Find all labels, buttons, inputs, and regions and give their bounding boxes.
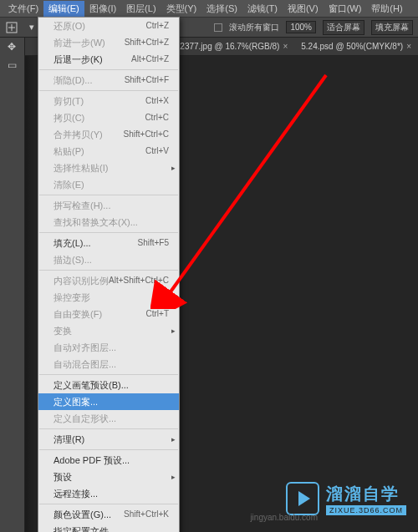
menu-layer[interactable]: 图层(L) [121, 1, 161, 17]
menu-define-pattern[interactable]: 定义图案... [38, 393, 179, 410]
menu-remote-connect[interactable]: 远程连接... [38, 485, 179, 502]
menu-type[interactable]: 类型(Y) [161, 1, 202, 17]
menu-fade[interactable]: 渐隐(D)...Shift+Ctrl+F [38, 72, 179, 89]
scroll-label: 滚动所有窗口 [229, 22, 279, 33]
menu-window[interactable]: 窗口(W) [324, 1, 367, 17]
menu-purge[interactable]: 清理(R) [38, 431, 179, 448]
menu-view[interactable]: 视图(V) [283, 1, 324, 17]
menu-file[interactable]: 文件(F) [3, 1, 43, 17]
menu-copy-merged[interactable]: 合并拷贝(Y)Shift+Ctrl+C [38, 126, 179, 143]
edit-menu-dropdown: 还原(O)Ctrl+Z 前进一步(W)Shift+Ctrl+Z 后退一步(K)A… [38, 17, 180, 532]
menu-find-replace[interactable]: 查找和替换文本(X)... [38, 214, 179, 231]
fit-screen[interactable]: 适合屏幕 [323, 20, 364, 35]
tool-icon[interactable] [5, 21, 18, 34]
menu-transform[interactable]: 变换 [38, 322, 179, 339]
menu-puppet-warp[interactable]: 操控变形 [38, 289, 179, 306]
source-url: jingyan.baidu.com [250, 513, 318, 522]
play-icon [286, 482, 319, 515]
tab-3[interactable]: 5.24.psd @ 50%(CMYK/8*)× [294, 40, 418, 53]
tool-move[interactable]: ✥ [0, 38, 23, 56]
menu-assign-profile[interactable]: 指定配置文件... [38, 523, 179, 532]
menu-image[interactable]: 图像(I) [84, 1, 121, 17]
menu-auto-blend[interactable]: 自动混合图层... [38, 356, 179, 372]
dropdown-icon[interactable]: ▾ [25, 21, 38, 34]
menu-select[interactable]: 选择(S) [201, 1, 242, 17]
menu-stroke[interactable]: 描边(S)... [38, 251, 179, 268]
watermark: 溜溜自学 ZIXUE.3D66.COM [286, 482, 406, 515]
menu-undo[interactable]: 还原(O)Ctrl+Z [38, 18, 179, 34]
menu-edit[interactable]: 编辑(E) [43, 1, 84, 17]
menu-spellcheck[interactable]: 拼写检查(H)... [38, 197, 179, 214]
scroll-checkbox[interactable] [214, 23, 222, 32]
menu-step-backward[interactable]: 后退一步(K)Alt+Ctrl+Z [38, 51, 179, 68]
watermark-title: 溜溜自学 [326, 483, 406, 505]
menubar: 文件(F) 编辑(E) 图像(I) 图层(L) 类型(Y) 选择(S) 滤镜(T… [0, 0, 418, 17]
menu-free-transform[interactable]: 自由变换(F)Ctrl+T [38, 306, 179, 322]
menu-filter[interactable]: 滤镜(T) [242, 1, 283, 17]
menu-clear[interactable]: 清除(E) [38, 176, 179, 193]
menu-cut[interactable]: 剪切(T)Ctrl+X [38, 93, 179, 109]
menu-auto-align[interactable]: 自动对齐图层... [38, 339, 179, 356]
watermark-url: ZIXUE.3D66.COM [326, 505, 406, 515]
menu-presets[interactable]: 预设 [38, 469, 179, 485]
menu-color-settings[interactable]: 颜色设置(G)...Shift+Ctrl+K [38, 506, 179, 523]
menu-help[interactable]: 帮助(H) [366, 1, 407, 17]
close-icon[interactable]: × [283, 42, 288, 51]
close-icon[interactable]: × [406, 42, 411, 51]
menu-paste[interactable]: 粘贴(P)Ctrl+V [38, 143, 179, 160]
menu-step-forward[interactable]: 前进一步(W)Shift+Ctrl+Z [38, 34, 179, 51]
menu-paste-special[interactable]: 选择性粘贴(I) [38, 160, 179, 176]
zoom-100[interactable]: 100% [286, 21, 316, 33]
fill-screen[interactable]: 填充屏幕 [371, 20, 413, 35]
menu-content-aware-scale[interactable]: 内容识别比例Alt+Shift+Ctrl+C [38, 272, 179, 289]
menu-copy[interactable]: 拷贝(C)Ctrl+C [38, 109, 179, 126]
tools-panel: ✥ ▭ [0, 38, 25, 532]
menu-define-brush[interactable]: 定义画笔预设(B)... [38, 377, 179, 393]
menu-fill[interactable]: 填充(L)...Shift+F5 [38, 235, 179, 251]
tool-marquee[interactable]: ▭ [0, 56, 23, 74]
menu-define-shape[interactable]: 定义自定形状... [38, 410, 179, 427]
menu-pdf-presets[interactable]: Adobe PDF 预设... [38, 452, 179, 469]
